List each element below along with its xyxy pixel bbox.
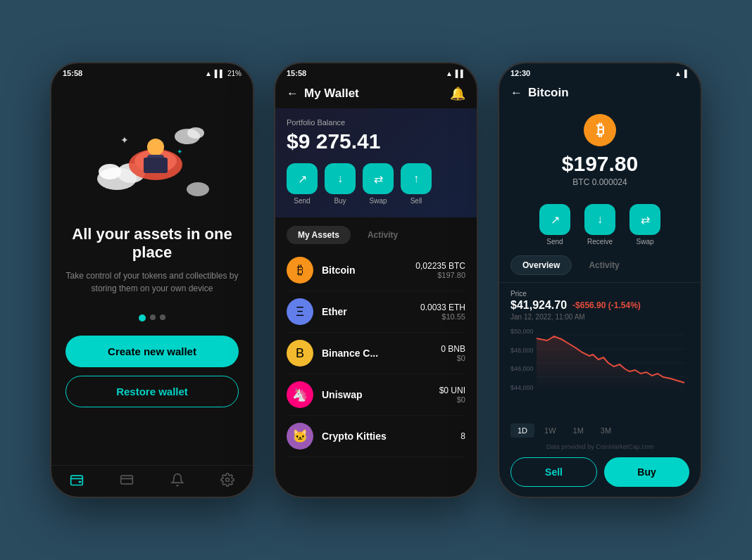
send-icon: ↗ (287, 163, 318, 194)
sell-icon: ↑ (401, 163, 432, 194)
svg-point-4 (187, 127, 204, 139)
svg-text:✦: ✦ (120, 134, 129, 146)
data-credit: Data provided by CoinMarketCap.com (499, 442, 701, 452)
status-bar-3: 12:30 ▲ ▌ (499, 63, 701, 80)
back-icon-3[interactable]: ← (510, 86, 522, 100)
tab-activity[interactable]: Activity (577, 255, 630, 275)
uni-values: $0 UNI $0 (439, 386, 465, 404)
btc-name: Bitcoin (322, 265, 355, 276)
action-buttons: ↗ Send ↓ Buy ⇄ Swap ↑ Sell (287, 163, 465, 205)
svg-rect-17 (121, 476, 133, 484)
p3-receive-label: Receive (587, 238, 613, 246)
sell-button[interactable]: Sell (510, 457, 597, 487)
btc-amount: 0,02235 BTC (415, 261, 465, 271)
swap-label: Swap (369, 197, 387, 205)
balance-section: Portfolio Balance $9 275.41 ↗ Send ↓ Buy… (275, 108, 477, 217)
bnb-values: 0 BNB $0 (441, 344, 465, 362)
wifi-icon-2: ▲ (446, 70, 453, 77)
wifi-icon: ▲ (205, 70, 212, 77)
btc-usd: $197.80 (415, 271, 465, 279)
p3-send-label: Send (546, 238, 563, 246)
time-filter: 1D 1W 1M 3M (499, 419, 701, 442)
p3-receive[interactable]: ↓ Receive (584, 204, 615, 246)
price-chart: $50,000 $48,000 $46,000 $44,000 (499, 324, 701, 419)
battery-icon-2: ▌▌ (456, 70, 465, 77)
portfolio-amount: $9 275.41 (287, 129, 465, 153)
bell-icon-2[interactable]: 🔔 (450, 86, 465, 101)
btc-icon-big: ₿ (584, 114, 616, 146)
btc-price-display: $197.80 (562, 152, 638, 176)
svg-point-2 (99, 164, 121, 179)
nav-wallet[interactable] (70, 473, 84, 487)
buy-label: Buy (334, 197, 346, 205)
asset-bnb[interactable]: B Binance C... 0 BNB $0 (287, 333, 465, 374)
p3-send-icon: ↗ (539, 204, 570, 235)
asset-uni[interactable]: 🦄 Uniswap $0 UNI $0 (287, 374, 465, 416)
buy-button[interactable]: Buy (604, 457, 689, 487)
tab-my-assets[interactable]: My Assets (287, 226, 351, 244)
ck-values: 8 (460, 431, 465, 441)
nav-settings[interactable] (220, 473, 234, 487)
asset-cryptokitties[interactable]: 🐱 Crypto Kitties 8 (287, 416, 465, 457)
swap-action[interactable]: ⇄ Swap (363, 163, 394, 205)
svg-rect-12 (144, 158, 168, 173)
bnb-amount: 0 BNB (441, 344, 465, 354)
uni-usd: $0 (439, 395, 465, 404)
nav-card[interactable] (120, 473, 134, 487)
sell-label: Sell (411, 197, 422, 205)
bottom-buttons: Sell Buy (499, 452, 701, 497)
eth-usd: $10.55 (420, 312, 465, 321)
back-icon-2[interactable]: ← (287, 87, 299, 101)
eth-values: 0.0033 ETH $10.55 (420, 303, 465, 321)
svg-text:✦: ✦ (177, 148, 182, 155)
nav-bell[interactable] (170, 473, 184, 487)
status-bar-2: 15:58 ▲ ▌▌ (275, 63, 477, 80)
hero-illustration: ✦ ✦ (89, 87, 215, 214)
phone-wallet: 15:58 ▲ ▌▌ ← My Wallet 🔔 Portfolio Balan… (274, 62, 478, 498)
status-icons-2: ▲ ▌▌ (446, 70, 465, 77)
status-time-1: 15:58 (63, 69, 82, 77)
svg-rect-15 (70, 476, 82, 485)
bottom-nav (51, 465, 253, 497)
filter-3m[interactable]: 3M (594, 424, 618, 438)
btc-values: 0,02235 BTC $197.80 (415, 261, 465, 279)
create-wallet-button[interactable]: Create new wallet (65, 336, 239, 367)
send-action[interactable]: ↗ Send (287, 163, 318, 205)
svg-point-19 (226, 478, 230, 482)
dot-3 (160, 314, 165, 320)
hero-title: All your assets in one place (65, 225, 239, 262)
asset-bitcoin[interactable]: ₿ Bitcoin 0,02235 BTC $197.80 (287, 250, 465, 291)
price-section: Price $41,924.70 -$656.90 (-1.54%) Jan 1… (499, 283, 701, 324)
ck-icon: 🐱 (287, 423, 313, 450)
status-time-3: 12:30 (510, 69, 530, 77)
price-date: Jan 12, 2022, 11:00 AM (510, 313, 689, 321)
sell-action[interactable]: ↑ Sell (401, 163, 432, 205)
hero-subtitle: Take control of your tokens and collecti… (65, 269, 239, 295)
chart-y-labels: $50,000 $48,000 $46,000 $44,000 (510, 328, 534, 391)
p3-swap[interactable]: ⇄ Swap (629, 204, 660, 246)
filter-1d[interactable]: 1D (510, 424, 534, 438)
onboarding-content: ✦ ✦ All your assets in one place Take co… (51, 80, 253, 465)
tab-activity[interactable]: Activity (356, 226, 409, 244)
restore-wallet-button[interactable]: Restore wallet (65, 376, 239, 407)
btc-sub-display: BTC 0.000024 (572, 177, 627, 187)
asset-ether[interactable]: Ξ Ether 0.0033 ETH $10.55 (287, 291, 465, 333)
filter-1m[interactable]: 1M (566, 424, 591, 438)
price-main: $41,924.70 -$656.90 (-1.54%) (510, 299, 689, 312)
p3-receive-icon: ↓ (584, 204, 615, 235)
tab-overview[interactable]: Overview (510, 255, 572, 275)
p3-swap-icon: ⇄ (629, 204, 660, 235)
uni-name: Uniswap (322, 389, 363, 400)
asset-tabs: My Assets Activity (275, 217, 477, 250)
buy-action[interactable]: ↓ Buy (325, 163, 356, 205)
ck-name: Crypto Kitties (322, 431, 387, 442)
status-icons-3: ▲ ▌ (675, 70, 689, 77)
price-change: -$656.90 (-1.54%) (572, 300, 641, 310)
p3-send[interactable]: ↗ Send (539, 204, 570, 246)
status-icons-1: ▲ ▌▌ 21% (205, 70, 242, 77)
hero-text-block: All your assets in one place Take contro… (65, 225, 239, 295)
btc-hero: ₿ $197.80 BTC 0.000024 (499, 107, 701, 197)
price-label: Price (510, 290, 689, 298)
filter-1w[interactable]: 1W (537, 424, 563, 438)
phone-bitcoin: 12:30 ▲ ▌ ← Bitcoin ₿ $197.80 BTC 0.0000… (498, 62, 702, 498)
